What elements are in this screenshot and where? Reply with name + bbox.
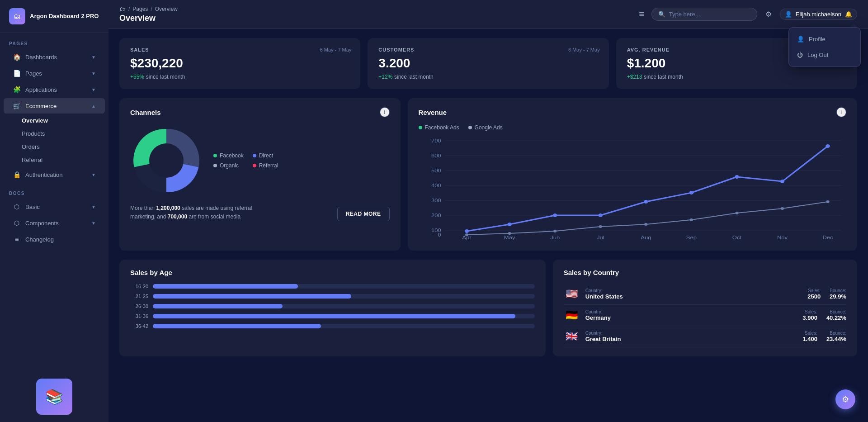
basic-icon: ⬡ [13, 203, 21, 210]
bounce-label: Bounce: [826, 309, 846, 314]
svg-point-37 [599, 225, 602, 228]
svg-point-35 [508, 232, 511, 235]
main-area: 🗂 / Pages / Overview Overview ≡ 🔍 ⚙ 👤 El… [108, 0, 868, 422]
footer-bold1: 1,200,000 [156, 205, 180, 211]
revenue-card: Revenue i Facebook Ads Google Ads [408, 98, 857, 251]
country-sales-us: Sales: 2500 [807, 288, 821, 300]
menu-toggle-button[interactable]: ≡ [639, 9, 644, 19]
settings-fab-button[interactable]: ⚙ [835, 389, 855, 409]
facebook-dot [213, 154, 217, 157]
sales-by-country-card: Sales by Country 🇺🇸 Country: United Stat… [553, 260, 857, 356]
bar-label: 31-36 [130, 313, 148, 319]
ecommerce-submenu: Overview Products Orders Referral [0, 114, 108, 166]
country-sales-gb: Sales: 1.400 [802, 331, 817, 342]
bar-row: 36-42 [130, 323, 535, 329]
sidebar-item-basic[interactable]: ⬡ Basic ▼ [4, 199, 105, 214]
country-label: Country: [585, 331, 794, 336]
sidebar-item-dashboards[interactable]: 🏠 Dashboards ▼ [4, 49, 105, 65]
svg-point-33 [826, 144, 830, 148]
profile-icon: 👤 [797, 36, 804, 43]
bar-row: 16-20 [130, 284, 535, 289]
bar-row: 26-30 [130, 303, 535, 309]
bar-label: 36-42 [130, 323, 148, 329]
profile-label: Profile [809, 36, 826, 43]
sidebar-sub-item-overview[interactable]: Overview [22, 114, 108, 127]
bar-fill [153, 284, 298, 289]
sidebar-sub-item-orders[interactable]: Orders [22, 140, 108, 153]
sidebar-item-label: Basic [25, 204, 87, 210]
country-name: United States [585, 293, 799, 300]
svg-text:300: 300 [431, 198, 441, 204]
svg-point-38 [644, 223, 647, 226]
bar-track [153, 314, 535, 318]
content-area: SALES 6 May - 7 May $230,220 +55% since … [108, 29, 868, 422]
dropdown-logout[interactable]: ⏻ Log Out [789, 47, 860, 63]
stat-date: 6 May - 7 May [320, 47, 352, 52]
country-bounce-gb: Bounce: 23.44% [826, 331, 846, 342]
svg-point-0 [149, 143, 184, 178]
chevron-down-icon: ▼ [91, 221, 96, 226]
channels-card: Channels i [119, 98, 401, 251]
flag-us: 🇺🇸 [564, 288, 580, 300]
revenue-title: Revenue [419, 109, 447, 116]
pie-legend: Facebook Direct Organic Referral [213, 152, 283, 169]
stat-value: 3.200 [378, 56, 598, 71]
sidebar-item-applications[interactable]: 🧩 Applications ▼ [4, 82, 105, 97]
read-more-button[interactable]: READ MORE [337, 207, 390, 221]
bar-label: 26-30 [130, 303, 148, 309]
sidebar-item-authentication[interactable]: 🔒 Authentication ▼ [4, 167, 105, 182]
sidebar-item-ecommerce[interactable]: 🛒 Ecommerce ▲ [4, 98, 105, 114]
sidebar-item-pages[interactable]: 📄 Pages ▼ [4, 66, 105, 81]
flag-gb: 🇬🇧 [564, 331, 580, 342]
settings-button[interactable]: ⚙ [764, 8, 774, 20]
section-label-docs: DOCS [0, 183, 108, 199]
revenue-info-button[interactable]: i [836, 107, 846, 117]
channels-info-button[interactable]: i [380, 107, 390, 117]
svg-point-39 [689, 218, 693, 221]
bounce-value: 29.9% [830, 293, 846, 300]
bounce-label: Bounce: [826, 331, 846, 336]
sidebar-item-label: Ecommerce [25, 103, 87, 109]
breadcrumb-pages[interactable]: Pages [132, 6, 148, 12]
revenue-line-chart: 700 600 500 400 300 200 100 0 Apr May Ju… [419, 136, 846, 240]
sales-by-country-title: Sales by Country [564, 269, 846, 276]
legend-item-direct: Direct [253, 152, 283, 159]
avatar: 📚 [36, 379, 72, 415]
country-info-gb: Country: Great Britain [585, 331, 794, 342]
sidebar-item-changelog[interactable]: ≡ Changelog [4, 232, 105, 247]
applications-icon: 🧩 [13, 86, 21, 93]
referral-dot [253, 164, 256, 167]
facebook-ads-dot [419, 126, 422, 129]
sidebar-item-label: Authentication [25, 171, 87, 178]
dropdown-profile[interactable]: 👤 Profile [789, 31, 860, 47]
stat-change: +$213 [627, 74, 642, 80]
stat-change: +55% [130, 74, 144, 80]
sidebar-item-components[interactable]: ⬡ Components ▼ [4, 215, 105, 231]
stat-value: $230,220 [130, 56, 349, 71]
topbar: 🗂 / Pages / Overview Overview ≡ 🔍 ⚙ 👤 El… [108, 0, 868, 29]
country-bounce-us: Bounce: 29.9% [830, 288, 846, 300]
direct-dot [253, 154, 256, 157]
breadcrumb-overview[interactable]: Overview [155, 6, 178, 12]
legend-item-facebook-ads: Facebook Ads [419, 124, 459, 131]
bar-fill [153, 324, 321, 328]
svg-point-26 [507, 223, 511, 226]
user-menu-button[interactable]: 👤 Elijah.michaelson 🔔 [780, 9, 857, 20]
search-input[interactable] [669, 11, 750, 18]
stat-card-customers: CUSTOMERS 6 May - 7 May 3.200 +12% since… [368, 38, 609, 89]
sidebar-sub-item-referral[interactable]: Referral [22, 153, 108, 166]
sales-label: Sales: [802, 309, 817, 314]
sidebar-item-label: Dashboards [25, 54, 87, 61]
sales-by-age-card: Sales by Age 16-20 21-25 26-30 [119, 260, 546, 356]
country-info-us: Country: United States [585, 288, 799, 300]
components-icon: ⬡ [13, 219, 21, 227]
country-label: Country: [585, 309, 794, 314]
logout-icon: ⏻ [797, 52, 803, 58]
sidebar-sub-item-products[interactable]: Products [22, 127, 108, 140]
chevron-down-icon: ▼ [91, 87, 96, 92]
stat-cards-row: SALES 6 May - 7 May $230,220 +55% since … [119, 38, 857, 89]
stat-change: +12% [378, 74, 392, 80]
search-box: 🔍 [651, 8, 757, 21]
sidebar-logo-icon: 🗂 [9, 8, 25, 24]
svg-text:May: May [504, 235, 515, 240]
